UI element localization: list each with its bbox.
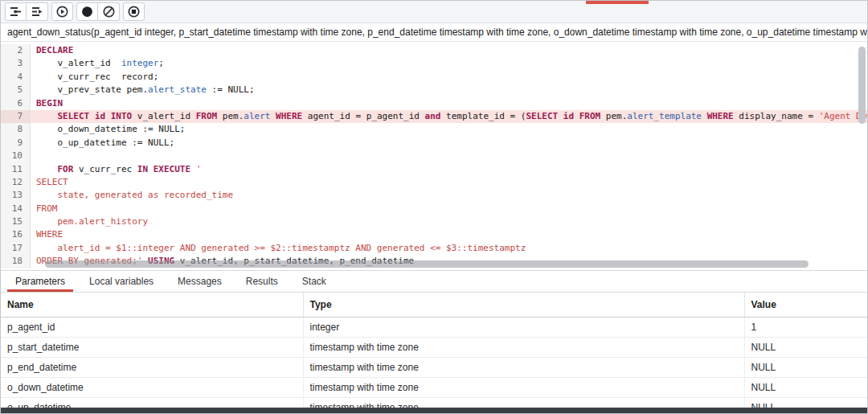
line-number[interactable]: 8 [1,123,31,136]
code-text: v_prev_state pem.alert_state := NULL; [31,84,867,96]
code-editor[interactable]: 2DECLARE3 v_alert_id integer;4 v_curr_re… [1,42,867,271]
code-line[interactable]: 10 [1,150,867,162]
param-name-cell: o_down_datetime [1,377,303,397]
toggle-breakpoint-button[interactable] [76,2,98,21]
step-into-button[interactable] [5,2,27,21]
code-text: v_curr_rec record; [31,71,867,84]
tab-messages[interactable]: Messages [170,271,230,292]
line-number[interactable]: 6 [1,97,31,110]
line-number[interactable]: 5 [1,84,31,96]
table-row[interactable]: o_down_datetimetimestamp with time zoneN… [1,377,867,397]
line-number[interactable]: 10 [1,150,31,162]
line-number[interactable]: 12 [1,176,31,189]
table-row[interactable]: p_end_datetimetimestamp with time zoneNU… [1,357,867,377]
horizontal-scrollbar[interactable] [1,260,867,268]
breakpoint-icon [81,6,93,18]
code-text: WHERE [31,228,867,241]
code-line[interactable]: 3 v_alert_id integer; [1,57,867,70]
param-name-cell: p_start_datetime [1,337,303,357]
param-type-cell: timestamp with time zone [303,357,744,377]
line-number[interactable]: 4 [1,71,31,84]
code-text: DECLARE [31,44,867,57]
line-number[interactable]: 9 [1,137,31,150]
column-header-value[interactable]: Value [744,293,867,317]
line-number[interactable]: 15 [1,215,31,228]
code-text [31,150,867,162]
line-number[interactable]: 17 [1,242,31,255]
stop-icon [128,6,140,18]
clear-breakpoints-icon [103,6,115,18]
line-number[interactable]: 13 [1,189,31,202]
continue-button[interactable] [51,2,73,21]
tab-local-variables[interactable]: Local variables [81,271,162,292]
param-value-cell[interactable]: NULL [744,357,867,377]
column-header-type[interactable]: Type [303,293,744,317]
vertical-scrollbar-thumb[interactable] [858,47,866,124]
continue-icon [56,6,68,18]
active-tab-indicator-clipped [586,1,649,4]
code-line[interactable]: 5 v_prev_state pem.alert_state := NULL; [1,84,867,96]
step-over-icon [31,6,43,17]
code-text: SELECT id INTO v_alert_id FROM pem.alert… [31,110,867,123]
table-row[interactable]: p_agent_idinteger1 [1,317,867,337]
debugger-toolbar [1,1,867,23]
param-value-cell[interactable]: NULL [744,377,867,397]
code-text: SELECT [31,176,867,189]
code-line[interactable]: 8 o_down_datetime := NULL; [1,123,867,136]
vertical-scrollbar[interactable] [858,43,866,267]
code-line[interactable]: 13 state, generated as recorded_time [1,189,867,202]
code-text: state, generated as recorded_time [31,189,867,202]
line-number[interactable]: 7 [1,110,31,123]
function-signature-text: agent_down_status(p_agent_id integer, p_… [7,27,867,38]
code-line[interactable]: 2DECLARE [1,44,867,57]
step-over-button[interactable] [27,2,48,21]
stop-button[interactable] [123,2,145,21]
code-text: o_up_datetime := NULL; [31,137,867,150]
param-name-cell: p_end_datetime [1,357,303,377]
code-text: BEGIN [31,97,867,110]
tab-stack[interactable]: Stack [294,271,334,292]
code-text: FOR v_curr_rec IN EXECUTE ' [31,163,867,176]
statusbar-clipped [1,408,867,413]
clear-breakpoints-button[interactable] [98,2,120,21]
line-number[interactable]: 11 [1,163,31,176]
code-line[interactable]: 17 alert_id = $1::integer AND generated … [1,242,867,255]
code-text: alert_id = $1::integer AND generated >= … [31,242,867,255]
line-number[interactable]: 14 [1,203,31,215]
code-line[interactable]: 9 o_up_datetime := NULL; [1,137,867,150]
code-line[interactable]: 15 pem.alert_history [1,215,867,228]
code-line[interactable]: 6BEGIN [1,97,867,110]
toolbar-button-group [51,2,73,21]
column-header-name[interactable]: Name [1,293,303,317]
code-line-current[interactable]: 7 SELECT id INTO v_alert_id FROM pem.ale… [1,110,867,123]
table-row[interactable]: p_start_datetimetimestamp with time zone… [1,337,867,357]
toolbar-button-group [123,2,145,21]
code-line[interactable]: 16WHERE [1,228,867,241]
line-number[interactable]: 3 [1,57,31,70]
code-text: FROM [31,203,867,215]
param-type-cell: timestamp with time zone [303,337,744,357]
line-number[interactable]: 2 [1,44,31,57]
param-name-cell: p_agent_id [1,317,303,337]
step-into-icon [10,6,22,17]
code-text: pem.alert_history [31,215,867,228]
code-text: v_alert_id integer; [31,57,867,70]
tab-parameters[interactable]: Parameters [7,271,73,292]
code-lines-container[interactable]: 2DECLARE3 v_alert_id integer;4 v_curr_re… [1,42,867,268]
parameters-table-header-row: NameTypeValue [1,293,867,317]
param-type-cell: timestamp with time zone [303,377,744,397]
code-line[interactable]: 12SELECT [1,176,867,189]
horizontal-scrollbar-thumb[interactable] [45,260,809,268]
code-line[interactable]: 4 v_curr_rec record; [1,71,867,84]
toolbar-button-group [76,2,120,21]
debugger-panel-tabs: ParametersLocal variablesMessagesResults… [1,271,867,293]
param-value-cell[interactable]: 1 [744,317,867,337]
param-value-cell[interactable]: NULL [744,337,867,357]
param-type-cell: integer [303,317,744,337]
toolbar-button-group [5,2,48,21]
code-line[interactable]: 14FROM [1,203,867,215]
tab-results[interactable]: Results [238,271,286,292]
parameters-table: NameTypeValue p_agent_idinteger1p_start_… [1,293,867,414]
code-line[interactable]: 11 FOR v_curr_rec IN EXECUTE ' [1,163,867,176]
line-number[interactable]: 16 [1,228,31,241]
